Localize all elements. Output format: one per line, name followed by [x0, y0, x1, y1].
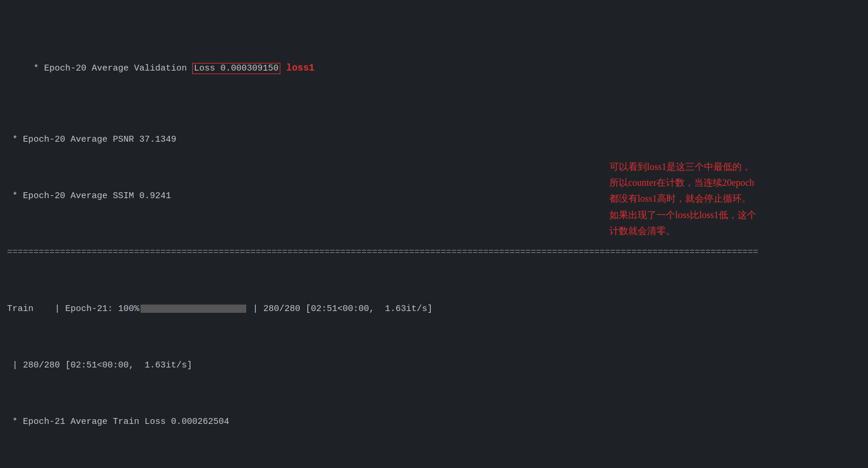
train-epoch21-progress — [140, 305, 246, 313]
epoch21-train-loss-line: * Epoch-21 Average Train Loss 0.00026250… — [7, 415, 861, 429]
separator-1: ========================================… — [7, 246, 861, 260]
epoch20-psnr-line: * Epoch-20 Average PSNR 37.1349 — [7, 133, 861, 147]
annotation-text: 可以看到loss1是这三个中最低的，所以counter在计数，当连续20epoc… — [609, 159, 833, 239]
epoch20-validation-prefix: * Epoch-20 Average Validation — [28, 63, 192, 73]
loss1-label: loss1 — [286, 63, 314, 73]
train-epoch21-line: Train | Epoch-21: 100% | 280/280 [02:51<… — [7, 302, 861, 316]
loss1-box: Loss 0.000309150 — [192, 63, 280, 74]
loss1-value: Loss 0.000309150 — [194, 63, 279, 73]
epoch20-validation-loss-line: * Epoch-20 Average Validation Loss 0.000… — [7, 47, 861, 91]
epoch21-lr-line: | 280/280 [02:51<00:00, 1.63it/s] — [7, 359, 861, 373]
